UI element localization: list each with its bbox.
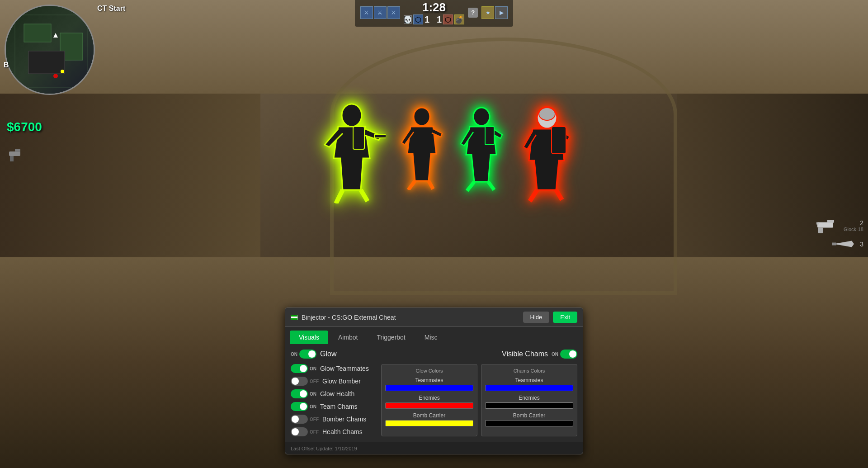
score-left: 1 (425, 14, 429, 25)
bomber-chams-status: OFF (310, 417, 319, 422)
chams-teammates-color-bar[interactable] (485, 385, 573, 391)
tab-visuals[interactable]: Visuals (290, 331, 328, 344)
glow-toggle[interactable]: ON (291, 350, 316, 359)
glow-bomb-color-label: Bomb Carrier (385, 412, 473, 419)
svg-point-14 (473, 108, 490, 126)
svg-rect-12 (353, 127, 364, 149)
svg-rect-21 (818, 227, 823, 233)
ct-icon: ⬡ (413, 14, 423, 24)
svg-marker-6 (53, 33, 58, 38)
option-glow-health: ON Glow Health (291, 389, 377, 398)
chams-teammates-row: Teammates (485, 377, 573, 391)
hud-timer: 1:28 (419, 0, 449, 14)
glow-teammates-status: ON (310, 366, 316, 371)
toggle-bomber-chams[interactable]: OFF (291, 415, 319, 424)
glow-toggle-pill[interactable] (299, 350, 316, 359)
color-tables: Glow Colors Teammates Enemies Bomb Carri… (381, 364, 577, 436)
health-chams-pill[interactable] (291, 427, 308, 436)
chams-enemies-color-bar[interactable] (485, 402, 573, 409)
glow-health-pill[interactable] (291, 389, 308, 398)
player-red (519, 104, 573, 203)
toggle-health-chams[interactable]: OFF (291, 427, 319, 436)
player-orange (399, 104, 444, 190)
toggle-glow-bomber[interactable]: OFF (291, 377, 319, 386)
hud-help-icon[interactable]: ? (468, 8, 478, 18)
svg-rect-22 (816, 222, 819, 224)
sub-left-options: ON Glow Teammates OFF Glow Bomber (291, 364, 377, 436)
svg-rect-7 (9, 151, 20, 156)
panel-title: Binjector - CS:GO External Cheat (302, 314, 396, 321)
glow-bomber-status: OFF (310, 379, 319, 384)
svg-point-10 (342, 104, 362, 127)
glow-enemies-color-bar[interactable] (385, 402, 473, 409)
glow-colors-header: Glow Colors (385, 368, 473, 373)
hud-icon-4: ★ (481, 6, 494, 19)
weapon-display-right: 2 Glock-18 (813, 217, 863, 233)
svg-rect-15 (485, 127, 494, 145)
toggle-glow-teammates[interactable]: ON (291, 364, 316, 373)
toggle-team-chams[interactable]: ON (291, 402, 316, 411)
team-chams-pill[interactable] (291, 402, 308, 411)
bomber-chams-pill[interactable] (291, 415, 308, 424)
cheat-panel: Binjector - CS:GO External Cheat Hide Ex… (285, 307, 583, 454)
glow-teammates-color-bar[interactable] (385, 385, 473, 391)
tab-aimbot[interactable]: Aimbot (329, 331, 367, 344)
chams-enemies-row: Enemies (485, 395, 573, 409)
glow-teammates-pill[interactable] (291, 364, 308, 373)
hud-icon-2: ⚔ (374, 6, 387, 19)
svg-point-4 (53, 74, 58, 78)
glow-bomb-row: Bomb Carrier (385, 412, 473, 426)
hud-icons-left: ⚔ ⚔ ⚔ (360, 6, 400, 19)
exit-button[interactable]: Exit (553, 312, 577, 323)
players-area (172, 59, 723, 203)
svg-rect-18 (552, 127, 566, 154)
glow-enemies-row: Enemies (385, 395, 473, 409)
team-chams-label: Team Chams (320, 403, 357, 410)
hud-score-container: ⚔ ⚔ ⚔ 1:28 💀 ⬡ 1 1 ⬡ 💣 ? ★ (355, 0, 513, 27)
glow-health-status: ON (310, 392, 316, 397)
panel-content: ON Glow Visible Chams ON (285, 344, 583, 442)
pistol-icon (813, 217, 840, 233)
svg-point-17 (539, 108, 555, 120)
ammo-count-2: 3 (860, 240, 863, 247)
glow-on-label: ON (291, 352, 297, 357)
tab-misc[interactable]: Misc (415, 331, 447, 344)
chams-teammates-color-label: Teammates (485, 377, 573, 383)
tab-triggerbot[interactable]: Triggerbot (368, 331, 414, 344)
hud-icon-5: ▶ (495, 6, 508, 19)
toggle-glow-health[interactable]: ON (291, 389, 316, 398)
chams-bomb-row: Bomb Carrier (485, 412, 573, 426)
footer-text: Last Offset Update: 1/10/2019 (291, 446, 357, 451)
glow-bomb-color-bar[interactable] (385, 420, 473, 426)
panel-titlebar: Binjector - CS:GO External Cheat Hide Ex… (285, 308, 583, 327)
score-right: 1 (437, 14, 442, 25)
glow-bomber-pill[interactable] (291, 377, 308, 386)
svg-point-5 (61, 70, 64, 73)
panel-buttons: Hide Exit (523, 312, 577, 323)
hide-button[interactable]: Hide (523, 312, 550, 323)
panel-tabs: Visuals Aimbot Triggerbot Misc (285, 327, 583, 344)
weapon-icon-left (7, 145, 23, 163)
visible-chams-label: Visible Chams (502, 350, 548, 358)
health-chams-status: OFF (310, 430, 319, 435)
chams-toggle-pill[interactable] (560, 350, 577, 359)
chams-enemies-color-label: Enemies (485, 395, 573, 401)
option-health-chams: OFF Health Chams (291, 427, 377, 436)
bomb-icon: 💣 (454, 14, 464, 24)
right-hud: 2 Glock-18 3 (813, 217, 863, 251)
t-icon: ⬡ (443, 14, 453, 24)
hud-icon-1: ⚔ (360, 6, 373, 19)
skull-icon: 💀 (404, 15, 412, 24)
glow-label: Glow (320, 350, 336, 358)
panel-flag (291, 315, 298, 320)
bomber-chams-label: Bomber Chams (322, 416, 366, 423)
knife-display: 3 (831, 237, 863, 251)
chams-bomb-color-bar[interactable] (485, 420, 573, 426)
glow-teammates-label: Glow Teammates (320, 365, 369, 372)
knife-icon (831, 237, 856, 251)
option-team-chams: ON Team Chams (291, 402, 377, 411)
visible-chams-toggle[interactable]: ON (552, 350, 577, 359)
panel-footer: Last Offset Update: 1/10/2019 (285, 442, 583, 454)
svg-rect-23 (832, 242, 836, 245)
glow-health-label: Glow Health (320, 390, 354, 397)
